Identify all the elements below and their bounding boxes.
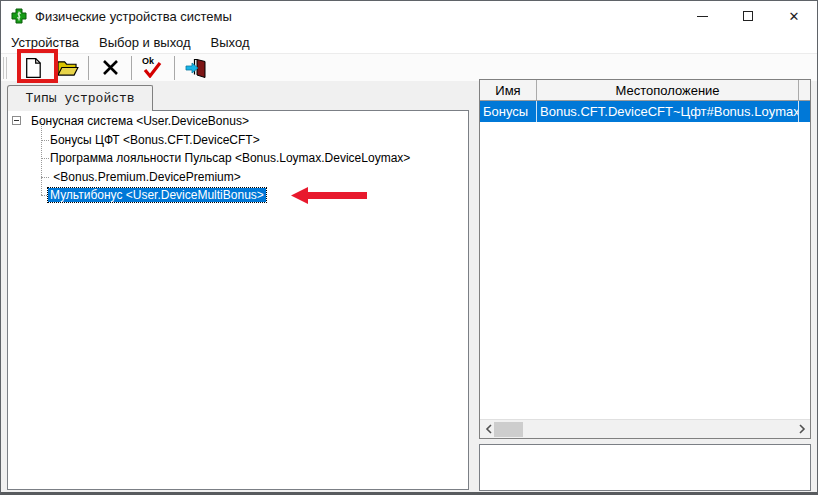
tree-node-label: Бонусы ЦФТ <Bonus.CFT.DeviceCFT> — [48, 133, 262, 147]
device-instances-panel: Имя Местоположение Бонусы Bonus.CFT.Devi… — [479, 79, 811, 439]
chevron-right-icon — [798, 424, 806, 434]
tree-node-loymax[interactable]: Программа лояльности Пульсар <Bonus.Loym… — [48, 149, 412, 167]
device-tree-panel: Бонусная система <User.DeviceBonus> Бону… — [7, 110, 469, 490]
table-header-row: Имя Местоположение — [480, 80, 810, 101]
chevron-left-icon — [485, 424, 493, 434]
open-folder-icon — [56, 59, 79, 77]
close-button[interactable]: ✕ — [771, 1, 817, 31]
delete-button[interactable] — [96, 55, 124, 81]
cell-name: Бонусы — [480, 101, 537, 122]
window-title: Физические устройства системы — [35, 9, 232, 24]
menu-select-and-exit[interactable]: Выбор и выход — [89, 33, 201, 52]
app-green-cross-icon — [11, 8, 27, 24]
column-header-location[interactable]: Местоположение — [537, 80, 799, 100]
horizontal-scrollbar[interactable] — [480, 419, 810, 438]
tab-device-types[interactable]: Типы устройств — [7, 85, 153, 111]
blank-page-icon — [24, 57, 42, 79]
scrollbar-thumb[interactable] — [494, 422, 523, 437]
table-empty-area — [480, 122, 810, 419]
close-icon: ✕ — [789, 10, 800, 23]
confirm-button[interactable]: Ok — [139, 55, 167, 81]
ok-checkmark-icon: Ok — [140, 56, 166, 80]
device-manager-window: Физические устройства системы ✕ Устройст… — [0, 0, 818, 495]
toolbar-grip[interactable] — [3, 57, 7, 79]
red-arrow-annotation — [291, 187, 367, 204]
tree-node-label: <Bonus.Premium.DevicePremium> — [48, 170, 243, 184]
new-device-button[interactable] — [19, 55, 47, 81]
tree-node-root[interactable]: Бонусная система <User.DeviceBonus> — [29, 112, 251, 130]
maximize-button[interactable] — [725, 1, 771, 31]
cell-location: Bonus.CFT.DeviceCFT~Цфт#Bonus.Loymax.De — [537, 101, 799, 122]
title-bar[interactable]: Физические устройства системы ✕ — [1, 1, 817, 31]
menu-bar: Устройства Выбор и выход Выход — [1, 31, 817, 53]
minimize-button[interactable] — [679, 1, 725, 31]
exit-button[interactable] — [182, 55, 210, 81]
toolbar-separator — [88, 56, 89, 80]
scroll-right-button[interactable] — [793, 420, 810, 438]
minimize-icon — [697, 16, 708, 17]
tree-collapse-toggle[interactable] — [12, 116, 21, 125]
toolbar: Ok — [1, 53, 817, 81]
open-button[interactable] — [53, 55, 81, 81]
tree-node-label: Программа лояльности Пульсар <Bonus.Loym… — [48, 151, 412, 165]
menu-exit[interactable]: Выход — [201, 33, 260, 52]
device-tree: Бонусная система <User.DeviceBonus> Бону… — [8, 111, 468, 489]
menu-devices[interactable]: Устройства — [1, 33, 89, 52]
tree-node-multibonus[interactable]: Мультибонус <User.DeviceMultiBonus> — [48, 186, 266, 204]
x-delete-icon — [102, 59, 119, 76]
column-header-filler — [799, 80, 810, 100]
details-empty-box — [479, 444, 811, 491]
toolbar-separator — [131, 56, 132, 80]
tree-node-premium[interactable]: <Bonus.Premium.DevicePremium> — [48, 168, 243, 186]
tab-label: Типы устройств — [25, 91, 134, 106]
exit-door-icon — [185, 58, 207, 78]
tree-node-label: Бонусная система <User.DeviceBonus> — [29, 114, 251, 128]
tree-node-cft[interactable]: Бонусы ЦФТ <Bonus.CFT.DeviceCFT> — [48, 131, 262, 149]
maximize-icon — [743, 11, 753, 21]
window-controls: ✕ — [679, 1, 817, 31]
tree-node-label-selected: Мультибонус <User.DeviceMultiBonus> — [48, 188, 266, 202]
table-row-bonusy[interactable]: Бонусы Bonus.CFT.DeviceCFT~Цфт#Bonus.Loy… — [480, 101, 810, 122]
toolbar-separator — [174, 56, 175, 80]
column-header-name[interactable]: Имя — [480, 80, 537, 100]
